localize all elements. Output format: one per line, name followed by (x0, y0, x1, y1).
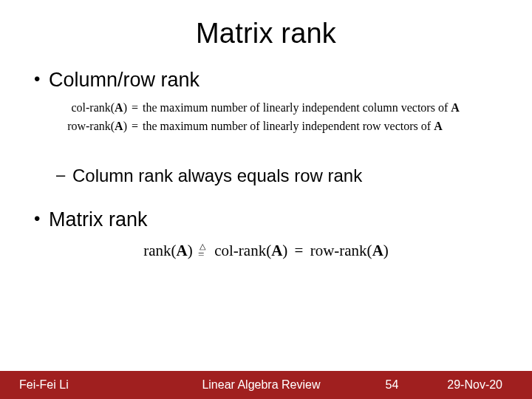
matrix-A: A (372, 242, 383, 259)
bullet-list: Column rank always equals row rank (21, 166, 511, 186)
paren-close: ) (123, 120, 127, 132)
paren-close: ) (123, 101, 127, 114)
col-rank-text: the maximum number of linearly independe… (143, 101, 451, 114)
equals-sign: = (132, 99, 138, 117)
bullet-column-row-rank: Column/row rank (30, 69, 511, 92)
definition-row-rank: row-rank(A) = the maximum number of line… (50, 117, 511, 136)
bullet-list: Matrix rank (21, 208, 511, 231)
bullet-col-equals-row: Column rank always equals row rank (30, 166, 511, 186)
spacer (21, 148, 511, 160)
spacer (21, 197, 511, 208)
footer-date: 29-Nov-20 (447, 378, 502, 392)
bullet-list: Column/row rank (21, 69, 511, 92)
matrix-A: A (451, 101, 460, 114)
col-rank-label: col-rank( (214, 242, 271, 259)
equals-sign: = (295, 242, 304, 259)
equals-icon: = (198, 249, 204, 260)
row-rank-rhs: the maximum number of linearly independe… (143, 117, 443, 136)
col-rank-lhs: col-rank(A) (50, 99, 127, 117)
row-rank-label: row-rank( (67, 120, 115, 132)
paren-close: ) (383, 242, 389, 259)
footer-page-number: 54 (386, 378, 399, 392)
matrix-A: A (115, 101, 123, 114)
matrix-A: A (271, 242, 282, 259)
defined-as-symbol: △ = (198, 244, 209, 257)
rank-equation: rank(A) △ = col-rank(A) = row-rank(A) (21, 242, 511, 260)
definitions-block: col-rank(A) = the maximum number of line… (50, 99, 511, 136)
definition-col-rank: col-rank(A) = the maximum number of line… (50, 99, 511, 117)
paren-close: ) (188, 242, 193, 259)
equals-sign: = (132, 117, 138, 136)
matrix-A: A (434, 120, 443, 132)
slide-footer: Fei-Fei Li Linear Algebra Review 54 29-N… (0, 371, 532, 399)
col-rank-label: col-rank( (71, 101, 115, 114)
row-rank-text: the maximum number of linearly independe… (143, 120, 434, 132)
matrix-A: A (115, 120, 123, 132)
slide-title: Matrix rank (21, 18, 511, 50)
rank-label: rank( (143, 242, 176, 259)
row-rank-label: row-rank( (310, 242, 372, 259)
col-rank-rhs: the maximum number of linearly independe… (143, 99, 460, 117)
footer-author: Fei-Fei Li (19, 378, 69, 392)
paren-close: ) (282, 242, 287, 259)
row-rank-lhs: row-rank(A) (50, 117, 127, 136)
bullet-matrix-rank: Matrix rank (30, 208, 511, 231)
footer-course: Linear Algebra Review (202, 378, 320, 392)
matrix-A: A (177, 242, 188, 259)
slide: Matrix rank Column/row rank col-rank(A) … (0, 0, 532, 399)
